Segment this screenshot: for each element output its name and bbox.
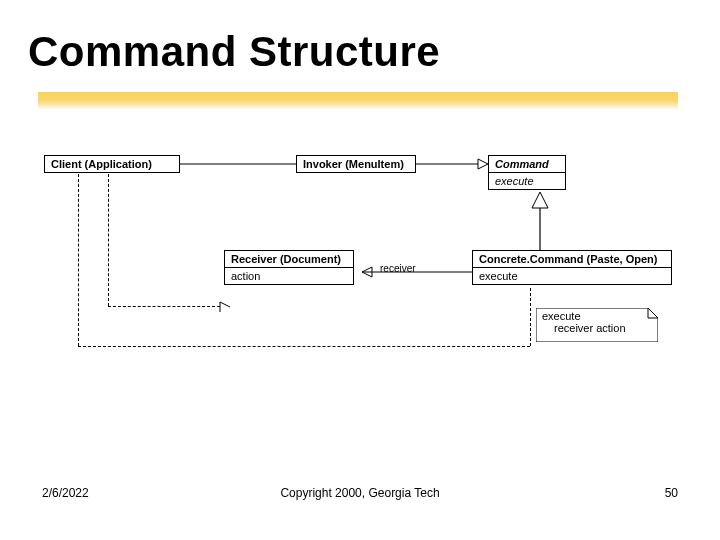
diagram-canvas: Client (Application) Invoker (MenuItem) …: [0, 0, 720, 540]
class-invoker: Invoker (MenuItem): [296, 155, 416, 173]
dep-client-receiver-h: [108, 306, 220, 307]
dep-client-concrete-h: [78, 346, 530, 347]
class-concrete-op: execute: [473, 268, 671, 284]
class-command: Command execute: [488, 155, 566, 190]
class-receiver: Receiver (Document) action: [224, 250, 354, 285]
svg-marker-5: [532, 192, 548, 208]
class-concrete-name: Concrete.Command (Paste, Open): [473, 251, 671, 267]
svg-marker-3: [478, 159, 488, 169]
note-execute: execute receiver action: [536, 308, 658, 342]
footer-copyright: Copyright 2000, Georgia Tech: [280, 486, 439, 500]
class-receiver-name: Receiver (Document): [225, 251, 353, 267]
class-concrete-command: Concrete.Command (Paste, Open) execute: [472, 250, 672, 285]
note-line1: execute: [542, 310, 652, 322]
class-client-name: Client (Application): [45, 156, 179, 172]
dep-client-concrete-v: [78, 174, 79, 346]
assoc-label-receiver: receiver: [380, 263, 416, 274]
dep-client-receiver-v: [108, 174, 109, 306]
footer-page-number: 50: [665, 486, 678, 500]
note-line2: receiver action: [542, 322, 652, 334]
class-invoker-name: Invoker (MenuItem): [297, 156, 415, 172]
class-client: Client (Application): [44, 155, 180, 173]
footer-date: 2/6/2022: [42, 486, 89, 500]
class-receiver-op: action: [225, 268, 353, 284]
dep-client-concrete-v2: [530, 288, 531, 346]
class-command-name: Command: [489, 156, 565, 172]
class-command-op: execute: [489, 173, 565, 189]
